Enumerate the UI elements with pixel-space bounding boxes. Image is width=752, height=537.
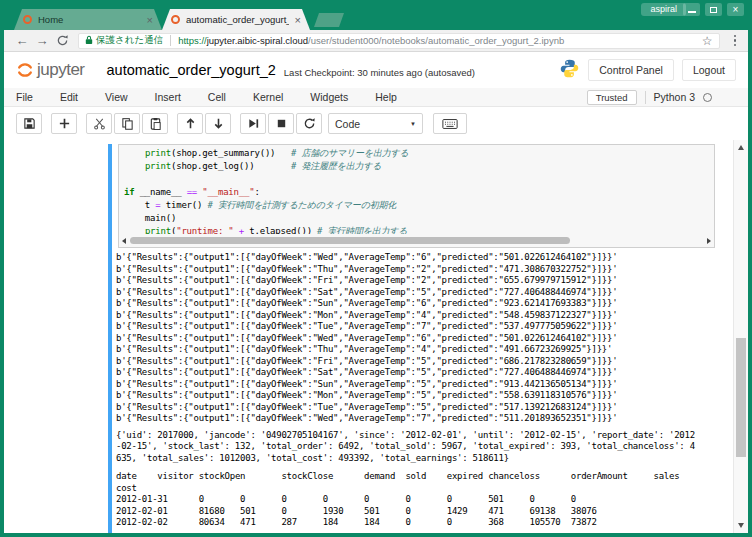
copy-icon [121,117,134,130]
tab-strip: Home × automatic_order_yogurt_ × [14,9,344,30]
notebook-toolbar: Code ▼ [4,107,748,140]
paste-icon [149,117,162,130]
new-tab-button[interactable] [314,13,344,27]
code-cell-input: print(shop.get_summary()) # 店舗のサマリーを出力する… [118,144,715,248]
window-controls: × [683,3,744,16]
tab-title: automatic_order_yogurt_ [186,14,289,25]
jupyter-page: jupyter automatic_order_yogurt_2 Last Ch… [4,52,748,533]
move-cell-down-button[interactable] [205,113,231,134]
code-horizontal-scrollbar[interactable] [120,235,713,246]
bookmark-star-icon[interactable]: ☆ [702,34,713,48]
tab-close-icon[interactable]: × [147,15,153,25]
jupyter-favicon-icon [23,15,32,24]
minimize-button[interactable] [683,3,700,16]
copy-cell-button[interactable] [114,113,140,134]
url-path: /user/student000/notebooks/automatic_ord… [308,35,564,46]
stop-icon [275,117,288,130]
chrome-profile-button[interactable]: aspiral [641,3,686,16]
checkpoint-status: Last Checkpoint: 30 minutes ago (autosav… [284,67,475,78]
output-json-stream: b'{"Results":{"output1":[{"dayOfWeek":"W… [116,252,710,425]
stop-kernel-button[interactable] [268,113,294,134]
menu-insert[interactable]: Insert [155,91,181,103]
url-text: https://jupyter.aibic-spiral.cloud/user/… [178,35,696,46]
scroll-down-icon[interactable] [738,523,744,528]
scissors-icon [93,117,106,130]
jupyter-logo-icon [16,61,34,79]
python-logo-icon [559,58,580,83]
menu-help[interactable]: Help [375,91,397,103]
menu-kernel[interactable]: Kernel [253,91,283,103]
minimize-icon [688,11,696,13]
move-cell-up-button[interactable] [177,113,203,134]
run-cell-button[interactable] [240,113,266,134]
restart-kernel-button[interactable] [296,113,322,134]
scroll-right-icon[interactable] [707,238,711,244]
arrow-up-icon [184,117,197,130]
notebook-title[interactable]: automatic_order_yogurt_2 [107,62,276,78]
save-button[interactable] [16,113,42,134]
tab-close-icon[interactable]: × [295,15,301,25]
paste-cell-button[interactable] [142,113,168,134]
maximize-button[interactable] [705,3,722,16]
address-bar: ← → 保護された通信 https://jupyter.aibic-spiral… [4,30,748,52]
trusted-button[interactable]: Trusted [587,90,637,105]
vertical-scroll-thumb[interactable] [736,338,746,457]
window-close-icon: × [733,4,739,15]
cell-type-value: Code [335,118,360,130]
refresh-icon[interactable] [52,34,72,47]
chrome-menu-icon[interactable] [734,35,737,47]
command-palette-button[interactable] [433,113,467,134]
scroll-left-icon[interactable] [122,238,126,244]
menu-widgets[interactable]: Widgets [310,91,348,103]
kernel-idle-icon [703,93,712,102]
url-divider [170,35,171,46]
back-icon[interactable]: ← [12,34,32,47]
forward-icon[interactable]: → [32,34,52,47]
add-cell-button[interactable] [51,113,77,134]
url-host: jupyter.aibic-spiral.cloud [207,35,308,46]
save-icon [23,117,36,130]
restart-icon [303,117,316,130]
plus-icon [58,117,71,130]
arrow-down-icon [212,117,225,130]
kernel-name: Python 3 [654,91,695,103]
output-log-table: date visitor stockOpen stockClose demand… [116,471,710,529]
maximize-icon [710,7,717,13]
control-panel-button[interactable]: Control Panel [588,59,674,81]
horizontal-scroll-thumb[interactable] [130,237,570,244]
jupyter-logo-text: jupyter [37,60,85,80]
tab-home[interactable]: Home × [14,9,162,30]
logout-button[interactable]: Logout [682,59,736,81]
notebook-site: print(shop.get_summary()) # 店舗のサマリーを出力する… [4,140,748,533]
lock-icon [85,35,93,47]
tab-title: Home [38,14,141,25]
menubar-right: Trusted Python 3 [587,90,712,105]
browser-window: aspiral × Home × automatic_order_yogurt_… [0,0,752,537]
menubar-separator [645,91,646,104]
tab-notebook[interactable]: automatic_order_yogurt_ × [162,9,310,30]
browser-titlebar: aspiral × Home × automatic_order_yogurt_… [0,0,752,30]
url-omnibox[interactable]: 保護された通信 https://jupyter.aibic-spiral.clo… [78,33,720,49]
header-right: Control Panel Logout [559,58,736,83]
jupyter-logo[interactable]: jupyter [16,60,85,80]
jupyter-favicon-icon [171,15,180,24]
cell-type-select[interactable]: Code ▼ [328,113,423,134]
notebook-menubar: File Edit View Insert Cell Kernel Widget… [4,88,748,107]
scroll-up-icon[interactable] [738,145,744,150]
menu-view[interactable]: View [105,91,128,103]
menu-file[interactable]: File [16,91,33,103]
menu-cell[interactable]: Cell [208,91,226,103]
url-scheme: https:// [178,35,207,46]
notebook-header: jupyter automatic_order_yogurt_2 Last Ch… [4,52,748,88]
run-icon [247,117,260,130]
cell-output-area: b'{"Results":{"output1":[{"dayOfWeek":"W… [116,252,710,533]
caret-down-icon: ▼ [410,121,416,127]
output-summary-dict: {'uid': 2017000, 'jancode': '04902705104… [116,430,710,465]
code-editor[interactable]: print(shop.get_summary()) # 店舗のサマリーを出力する… [124,147,712,234]
keyboard-icon [442,118,458,130]
security-label: 保護された通信 [96,34,163,47]
page-vertical-scrollbar[interactable] [733,140,748,533]
cut-cell-button[interactable] [86,113,112,134]
menu-edit[interactable]: Edit [60,91,78,103]
close-button[interactable]: × [727,3,744,16]
